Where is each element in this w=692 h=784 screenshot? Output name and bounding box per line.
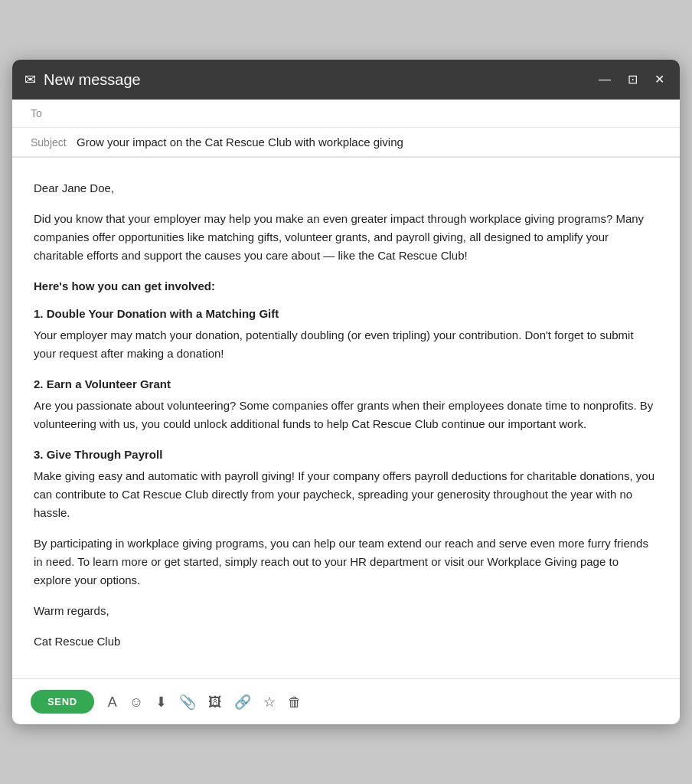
item2-block: 2. Earn a Volunteer Grant Are you passio… bbox=[34, 375, 658, 433]
item3-body: Make giving easy and automatic with payr… bbox=[34, 467, 658, 522]
greeting: Dear Jane Doe, bbox=[34, 179, 658, 198]
closing-paragraph: By participating in workplace giving pro… bbox=[34, 534, 658, 590]
attach-icon[interactable]: 📎 bbox=[179, 695, 196, 709]
subject-value[interactable]: Grow your impact on the Cat Rescue Club … bbox=[77, 136, 661, 149]
send-button[interactable]: SEND bbox=[31, 690, 94, 714]
item1-body: Your employer may match your donation, p… bbox=[34, 326, 658, 363]
intro-paragraph: Did you know that your employer may help… bbox=[34, 210, 658, 265]
image-icon[interactable]: 🖼 bbox=[208, 695, 222, 709]
maximize-button[interactable]: ⊡ bbox=[625, 72, 641, 87]
download-icon[interactable]: ⬇ bbox=[155, 695, 167, 709]
mail-icon: ✉ bbox=[24, 71, 36, 88]
to-label: To bbox=[31, 107, 77, 119]
to-input[interactable] bbox=[77, 107, 661, 119]
item3-title: 3. Give Through Payroll bbox=[34, 446, 658, 464]
minimize-button[interactable]: — bbox=[596, 72, 614, 87]
email-body: Dear Jane Doe, Did you know that your em… bbox=[12, 158, 680, 678]
item1-block: 1. Double Your Donation with a Matching … bbox=[34, 305, 658, 363]
window-title: New message bbox=[44, 71, 596, 89]
subject-field-row: Subject Grow your impact on the Cat Resc… bbox=[12, 128, 680, 157]
toolbar-icons: A ☺ ⬇ 📎 🖼 🔗 ☆ 🗑 bbox=[108, 695, 302, 709]
star-icon[interactable]: ☆ bbox=[263, 695, 276, 709]
close-button[interactable]: ✕ bbox=[651, 72, 668, 87]
emoji-icon[interactable]: ☺ bbox=[129, 695, 143, 709]
compose-window: ✉ New message — ⊡ ✕ To Subject Grow your… bbox=[12, 60, 680, 724]
sign-off: Warm regards, bbox=[34, 602, 658, 620]
header-fields: To Subject Grow your impact on the Cat R… bbox=[12, 100, 680, 158]
item1-title: 1. Double Your Donation with a Matching … bbox=[34, 305, 658, 323]
signature: Cat Rescue Club bbox=[34, 632, 658, 651]
titlebar: ✉ New message — ⊡ ✕ bbox=[12, 60, 680, 100]
delete-icon[interactable]: 🗑 bbox=[288, 695, 302, 709]
section-header: Here's how you can get involved: bbox=[34, 277, 658, 296]
subject-label: Subject bbox=[31, 136, 77, 149]
link-icon[interactable]: 🔗 bbox=[234, 695, 251, 709]
window-controls: — ⊡ ✕ bbox=[596, 72, 668, 87]
item2-body: Are you passionate about volunteering? S… bbox=[34, 397, 658, 433]
to-field-row: To bbox=[12, 100, 680, 128]
footer-bar: SEND A ☺ ⬇ 📎 🖼 🔗 ☆ 🗑 bbox=[12, 678, 680, 724]
item3-block: 3. Give Through Payroll Make giving easy… bbox=[34, 446, 658, 522]
item2-title: 2. Earn a Volunteer Grant bbox=[34, 375, 658, 394]
format-text-icon[interactable]: A bbox=[108, 695, 117, 709]
